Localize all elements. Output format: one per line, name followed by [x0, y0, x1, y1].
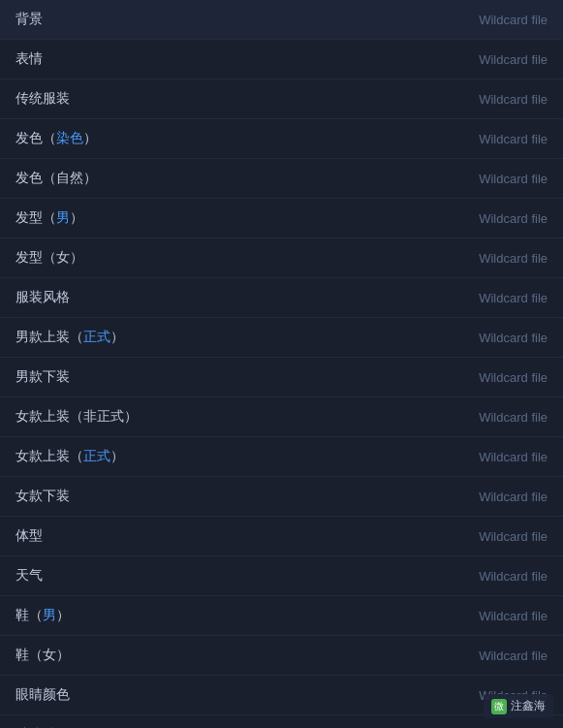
- row-value: Wildcard file: [479, 92, 547, 107]
- list-item[interactable]: 背景Wildcard file: [0, 0, 563, 40]
- list-item[interactable]: 发型（女）Wildcard file: [0, 238, 563, 278]
- row-label: 体型: [16, 527, 43, 545]
- main-list: 背景Wildcard file表情Wildcard file传统服装Wildca…: [0, 0, 563, 728]
- row-label: 鞋（男）: [16, 607, 70, 624]
- row-value: Wildcard file: [479, 450, 547, 464]
- list-item[interactable]: 男款上装（正式）Wildcard file: [0, 318, 563, 358]
- row-label: 背景: [16, 11, 43, 28]
- list-item[interactable]: 体型Wildcard file: [0, 517, 563, 556]
- row-label: 发型（男）: [16, 209, 83, 227]
- row-label: 表情: [16, 50, 43, 68]
- list-item[interactable]: 鞋（女）Wildcard file: [0, 636, 563, 676]
- row-value: Wildcard file: [479, 52, 547, 67]
- row-value: Wildcard file: [479, 529, 547, 544]
- watermark-icon: 微: [491, 699, 507, 714]
- list-item[interactable]: 发型（男）Wildcard file: [0, 199, 563, 238]
- row-label: 男款上装（正式）: [16, 329, 124, 346]
- row-label: 女款上装（非正式）: [16, 408, 138, 426]
- list-item[interactable]: 女款下装Wildcard file: [0, 477, 563, 517]
- row-value: Wildcard file: [479, 490, 547, 504]
- row-value: Wildcard file: [479, 132, 547, 146]
- row-value: Wildcard file: [479, 331, 547, 345]
- row-label: 发色（染色）: [16, 130, 97, 147]
- row-label: 女款上装（正式）: [16, 448, 124, 465]
- row-value: Wildcard file: [479, 410, 547, 425]
- list-item[interactable]: 发色（自然）Wildcard file: [0, 159, 563, 199]
- list-item[interactable]: 眼睛颜色Wildcard file: [0, 676, 563, 715]
- watermark: 微 注鑫海: [484, 694, 553, 718]
- row-value: Wildcard file: [479, 291, 547, 305]
- row-value: Wildcard file: [479, 569, 547, 584]
- list-item[interactable]: 传统服装Wildcard file: [0, 79, 563, 119]
- list-item[interactable]: 鞋（男）Wildcard file: [0, 596, 563, 636]
- row-label: 眼睛颜色: [16, 686, 70, 704]
- row-value: Wildcard file: [479, 649, 547, 663]
- row-value: Wildcard file: [479, 370, 547, 385]
- row-label: 传统服装: [16, 90, 70, 108]
- list-item[interactable]: 男款下装Wildcard file: [0, 358, 563, 397]
- row-label: 天气: [16, 567, 43, 585]
- row-value: Wildcard file: [479, 172, 547, 186]
- watermark-text: 注鑫海: [511, 698, 546, 714]
- list-item[interactable]: 表情Wildcard file: [0, 40, 563, 79]
- list-item[interactable]: 发色（染色）Wildcard file: [0, 119, 563, 159]
- row-value: Wildcard file: [479, 609, 547, 623]
- list-item[interactable]: 女款上装（正式）Wildcard file: [0, 437, 563, 477]
- row-value: Wildcard file: [479, 211, 547, 226]
- row-value: Wildcard file: [479, 13, 547, 27]
- row-label: 服装风格: [16, 289, 70, 306]
- row-label: 男款下装: [16, 368, 70, 386]
- row-label: 鞋（女）: [16, 647, 70, 664]
- row-label: 女款下装: [16, 488, 70, 505]
- list-item[interactable]: 服装风格Wildcard file: [0, 278, 563, 318]
- row-label: 发型（女）: [16, 249, 83, 267]
- row-value: Wildcard file: [479, 251, 547, 266]
- list-item[interactable]: 女款上装（非正式）Wildcard file: [0, 397, 563, 437]
- list-item[interactable]: 天气Wildcard file: [0, 556, 563, 596]
- list-item[interactable]: 肢体动作Wildcard file: [0, 715, 563, 728]
- row-label: 发色（自然）: [16, 170, 97, 187]
